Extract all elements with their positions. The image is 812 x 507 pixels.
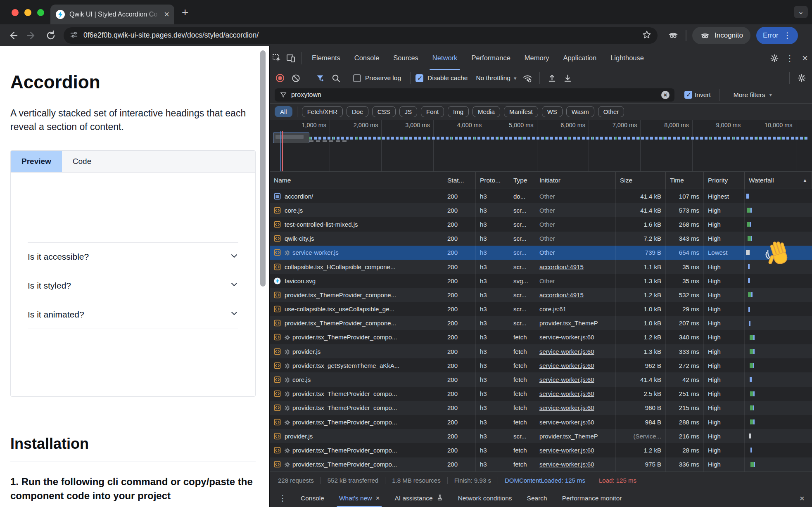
- filter-chip-manifest[interactable]: Manifest: [504, 106, 538, 117]
- forward-button[interactable]: [26, 29, 38, 42]
- initiator-link[interactable]: service-worker.js:60: [539, 461, 594, 468]
- devtools-tab-performance[interactable]: Performance: [464, 46, 517, 70]
- initiator-link[interactable]: provider.tsx_ThemeP: [539, 320, 598, 327]
- initiator-link[interactable]: service-worker.js:60: [539, 447, 594, 454]
- devtools-close-icon[interactable]: ×: [798, 52, 812, 64]
- filter-chip-wasm[interactable]: Wasm: [566, 106, 594, 117]
- filter-chip-css[interactable]: CSS: [372, 106, 396, 117]
- network-request-row[interactable]: provider.tsx_ThemeProvider_compo...200h3…: [270, 457, 812, 471]
- preserve-log-checkbox[interactable]: [353, 74, 361, 82]
- devtools-tab-network[interactable]: Network: [425, 46, 465, 70]
- initiator-link[interactable]: accordion/:4915: [539, 263, 584, 270]
- drawer-tab-close-icon[interactable]: ×: [376, 494, 380, 502]
- window-minimize-button[interactable]: [24, 9, 31, 16]
- filter-chip-font[interactable]: Font: [421, 106, 444, 117]
- network-request-row[interactable]: provider.tsx_ThemeProvider_compo...200h3…: [270, 415, 812, 429]
- tab-close-icon[interactable]: ×: [164, 10, 169, 19]
- initiator-link[interactable]: accordion/:4915: [539, 291, 584, 299]
- network-request-row[interactable]: qwik-city.js200h3scr...Other7.2 kB343 ms…: [270, 232, 812, 246]
- devtools-tab-elements[interactable]: Elements: [305, 46, 347, 70]
- clear-network-log-icon[interactable]: [289, 71, 303, 85]
- browser-tab[interactable]: Qwik UI | Styled Accordion Co ×: [50, 5, 174, 24]
- import-har-icon[interactable]: [545, 71, 559, 85]
- filter-chip-fetch-xhr[interactable]: Fetch/XHR: [302, 106, 343, 117]
- more-filters-dropdown[interactable]: More filters ▾: [734, 91, 772, 99]
- network-conditions-icon[interactable]: [520, 71, 534, 85]
- drawer-tab-performance-monitor[interactable]: Performance monitor: [555, 489, 629, 507]
- initiator-link[interactable]: service-worker.js:60: [539, 390, 594, 397]
- column-header-time[interactable]: Time: [666, 172, 704, 189]
- url-text[interactable]: 0f6e2f0b.qwik-ui-site.pages.dev/docs/sty…: [83, 31, 637, 40]
- bookmark-star-icon[interactable]: [642, 30, 652, 41]
- search-icon[interactable]: [329, 71, 343, 85]
- network-request-row[interactable]: provider.js200h3scr...provider.tsx_Theme…: [270, 429, 812, 443]
- network-overview-timeline[interactable]: 1,000 ms2,000 ms3,000 ms4,000 ms5,000 ms…: [270, 120, 812, 172]
- network-request-row[interactable]: collapsible.tsx_HCollapsible_compone...2…: [270, 260, 812, 274]
- filter-input[interactable]: proxytown ×: [275, 88, 674, 102]
- network-request-row[interactable]: accordion/200h3do...Other41.4 kB107 msHi…: [270, 189, 812, 203]
- devtools-menu-icon[interactable]: ⋮: [781, 53, 798, 63]
- filter-chip-ws[interactable]: WS: [542, 106, 563, 117]
- error-button[interactable]: Error ⋮: [756, 27, 798, 44]
- browser-menu-icon[interactable]: ⋮: [784, 31, 791, 40]
- site-info-icon[interactable]: [69, 30, 78, 41]
- drawer-tab-what-s-new[interactable]: What's new×: [332, 489, 387, 507]
- network-request-row[interactable]: provider.tsx_ThemeProvider_compo...200h3…: [270, 401, 812, 415]
- initiator-link[interactable]: service-worker.js:60: [539, 376, 594, 383]
- new-tab-button[interactable]: +: [182, 7, 188, 18]
- network-request-row-selected[interactable]: service-worker.js200h3scr...Other739 B65…: [270, 246, 812, 260]
- filter-chip-media[interactable]: Media: [472, 106, 500, 117]
- devtools-tab-memory[interactable]: Memory: [518, 46, 556, 70]
- filter-chip-other[interactable]: Other: [598, 106, 624, 117]
- column-header-initiator[interactable]: Initiator: [535, 172, 616, 189]
- filter-icon[interactable]: [313, 71, 327, 85]
- devtools-tab-lighthouse[interactable]: Lighthouse: [603, 46, 651, 70]
- initiator-link[interactable]: service-worker.js:60: [539, 362, 594, 369]
- filter-chip-img[interactable]: Img: [448, 106, 469, 117]
- drawer-tab-network-conditions[interactable]: Network conditions: [451, 489, 520, 507]
- network-request-row[interactable]: provider.tsx_ThemeProvider_compo...200h3…: [270, 443, 812, 457]
- accordion-item-is-it-animated[interactable]: Is it animated?: [28, 300, 238, 329]
- address-bar[interactable]: 0f6e2f0b.qwik-ui-site.pages.dev/docs/sty…: [64, 27, 658, 44]
- network-request-row[interactable]: provider.js200h3fetchservice-worker.js:6…: [270, 344, 812, 358]
- devtools-tab-application[interactable]: Application: [556, 46, 603, 70]
- network-request-row[interactable]: test-controlled-list-mixed.js200h3scr...…: [270, 217, 812, 231]
- network-request-row[interactable]: core.js200h3fetchservice-worker.js:6041.…: [270, 372, 812, 386]
- column-header-name[interactable]: Name: [270, 172, 443, 189]
- network-request-row[interactable]: use-collapsible.tsx_useCollapsible_ge...…: [270, 302, 812, 316]
- inspect-element-icon[interactable]: [270, 51, 284, 65]
- filter-value[interactable]: proxytown: [291, 91, 657, 99]
- filter-chip-doc[interactable]: Doc: [347, 106, 368, 117]
- settings-gear-icon[interactable]: [767, 51, 781, 65]
- page-scrollbar[interactable]: [260, 50, 266, 287]
- column-header-priority[interactable]: Priority: [704, 172, 745, 189]
- column-header-stat[interactable]: Stat...: [443, 172, 476, 189]
- invert-checkbox[interactable]: [684, 91, 692, 99]
- column-header-proto[interactable]: Proto...: [476, 172, 509, 189]
- initiator-link[interactable]: service-worker.js:60: [539, 419, 594, 426]
- drawer-tab-console[interactable]: Console: [293, 489, 332, 507]
- network-request-row[interactable]: provider.tsx_getSystemTheme_aKkA...200h3…: [270, 358, 812, 372]
- reload-button[interactable]: [45, 29, 57, 42]
- device-toolbar-icon[interactable]: [284, 51, 298, 65]
- network-request-row[interactable]: provider.tsx_ThemeProvider_compone...200…: [270, 288, 812, 302]
- throttling-select[interactable]: No throttling ▾: [476, 74, 516, 82]
- drawer-tab-ai-assistance[interactable]: AI assistance: [387, 489, 450, 507]
- network-settings-gear-icon[interactable]: [795, 71, 809, 85]
- tab-code[interactable]: Code: [62, 151, 102, 172]
- devtools-tab-sources[interactable]: Sources: [386, 46, 425, 70]
- network-request-row[interactable]: provider.tsx_ThemeProvider_compone...200…: [270, 316, 812, 330]
- disable-cache-checkbox[interactable]: [415, 74, 423, 82]
- network-request-row[interactable]: favicon.svg200h3svg...Other1.3 kB35 msHi…: [270, 274, 812, 288]
- filter-chip-js[interactable]: JS: [399, 106, 418, 117]
- extension-icon[interactable]: [667, 29, 680, 42]
- drawer-menu-icon[interactable]: ⋮: [270, 493, 293, 503]
- initiator-link[interactable]: core.js:61: [539, 306, 566, 313]
- export-har-icon[interactable]: [560, 71, 575, 85]
- network-request-row[interactable]: core.js200h3scr...Other41.4 kB573 msHigh: [270, 203, 812, 217]
- drawer-close-icon[interactable]: ×: [792, 493, 812, 503]
- record-network-log-button[interactable]: [273, 71, 287, 85]
- column-header-size[interactable]: Size: [616, 172, 666, 189]
- initiator-link[interactable]: service-worker.js:60: [539, 348, 594, 355]
- window-close-button[interactable]: [12, 9, 19, 16]
